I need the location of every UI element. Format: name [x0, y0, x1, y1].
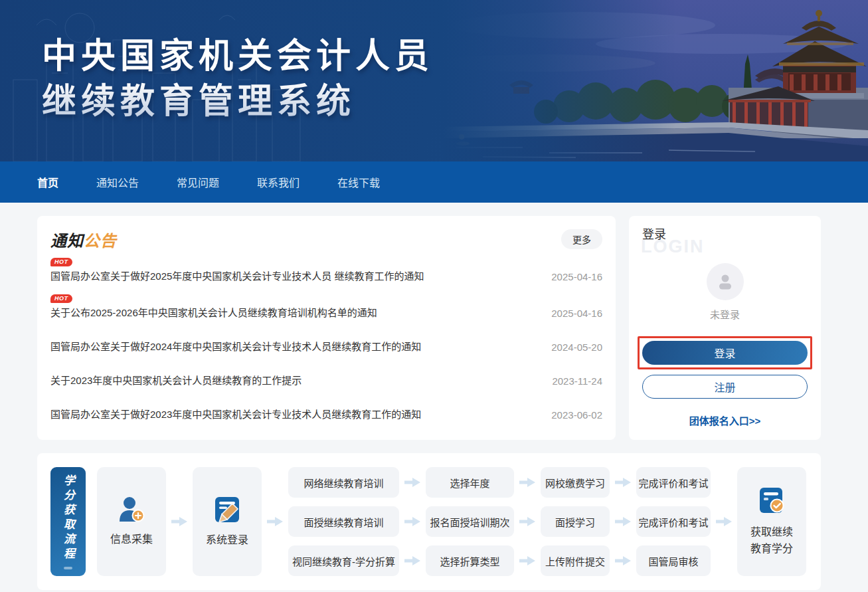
flow-step-collect: 信息采集	[97, 467, 166, 576]
notice-list: HOT 国管局办公室关于做好2025年度中央国家机关会计专业技术人员 继续教育工…	[50, 254, 602, 429]
flow-arrow-col	[399, 467, 426, 576]
hot-badge: HOT	[50, 294, 72, 303]
book-pencil-icon	[213, 496, 241, 524]
site-title: 中央国家机关会计人员 继续教育管理系统	[42, 33, 434, 124]
flow-arrow-col	[610, 467, 636, 576]
arrow-right-icon	[615, 556, 631, 565]
flow-credits-line2: 教育学分	[750, 540, 793, 557]
arrow-right-icon	[615, 478, 631, 487]
flow-step-login-label: 系统登录	[206, 532, 248, 548]
arrow-right-icon	[519, 478, 535, 487]
notice-heading-part1: 通知	[50, 232, 84, 250]
nav-item-downloads[interactable]: 在线下载	[337, 174, 380, 190]
nav-item-notices[interactable]: 通知公告	[96, 174, 139, 190]
flow-box: 选择年度	[426, 467, 514, 498]
flow-step-collect-label: 信息采集	[110, 531, 153, 547]
notice-row[interactable]: HOT 关于公布2025-2026年中央国家机关会计人员继续教育培训机构名单的通…	[50, 290, 602, 327]
arrow-right-icon	[404, 517, 420, 526]
flow-arrow-col	[166, 467, 193, 576]
flow-column-training-type: 网络继续教育培训 面授继续教育培训 视同继续教育-学分折算	[288, 467, 399, 576]
notice-row[interactable]: 关于2023年度中央国家机关会计人员继续教育的工作提示 2023-11-24	[50, 361, 602, 395]
notice-heading-part2: 公告	[84, 232, 117, 250]
flow-sidebar-label: 学分获取流程	[60, 474, 76, 562]
hot-badge: HOT	[50, 258, 72, 266]
login-button[interactable]: 登录	[642, 341, 808, 365]
book-check-icon	[758, 486, 785, 516]
more-button[interactable]: 更多	[561, 229, 602, 249]
credit-flow-panel: 学分获取流程 信息采集	[37, 453, 821, 590]
login-heading: 登录	[642, 225, 666, 242]
notice-row-left: 国管局办公室关于做好2023年度中央国家机关会计专业技术人员继续教育工作的通知	[50, 407, 421, 421]
arrow-right-icon	[519, 517, 535, 526]
flow-arrow-col	[514, 467, 541, 576]
notice-row-left: 关于2023年度中央国家机关会计人员继续教育的工作提示	[50, 373, 302, 387]
notice-date: 2025-04-16	[551, 308, 602, 319]
login-panel: LOGIN 登录 未登录 登录 注册 团体报名入口>>	[629, 216, 821, 440]
nav-item-faq[interactable]: 常见问题	[177, 174, 219, 190]
flow-box: 视同继续教育-学分折算	[288, 545, 399, 576]
flow-sidebar-dash	[64, 567, 72, 569]
flow-arrow-col	[711, 467, 737, 576]
flow-step-credits: 获取继续 教育学分	[737, 467, 806, 576]
nav-item-home[interactable]: 首页	[37, 174, 58, 190]
flow-box: 国管局审核	[636, 545, 711, 576]
flow-box: 面授继续教育培训	[288, 506, 399, 537]
flow-box: 面授学习	[541, 506, 610, 537]
site-title-line2: 继续教育管理系统	[42, 78, 434, 124]
flow-column-completion: 完成评价和考试 完成评价和考试 国管局审核	[636, 467, 711, 576]
avatar	[707, 263, 744, 300]
flow-box: 网络继续教育培训	[288, 467, 399, 498]
notice-panel: 通知公告 更多 HOT 国管局办公室关于做好2025年度中央国家机关会计专业技术…	[37, 216, 616, 440]
flow-box: 完成评价和考试	[636, 467, 711, 498]
flow-box: 上传附件提交	[541, 545, 610, 576]
notice-date: 2023-11-24	[552, 375, 602, 387]
register-button[interactable]: 注册	[642, 375, 808, 399]
flow-arrow-col	[262, 467, 288, 576]
user-icon	[715, 272, 735, 292]
flow-box: 完成评价和考试	[636, 506, 711, 537]
nav-item-contact[interactable]: 联系我们	[257, 174, 300, 190]
arrow-right-icon	[716, 517, 732, 526]
flow-step-login: 系统登录	[193, 467, 262, 576]
banner: 中央国家机关会计人员 继续教育管理系统	[0, 0, 868, 161]
banner-photo-fade	[443, 0, 868, 161]
notice-date: 2023-06-02	[551, 409, 602, 421]
notice-title[interactable]: 国管局办公室关于做好2024年度中央国家机关会计专业技术人员继续教育工作的通知	[50, 339, 421, 353]
notice-row-left: HOT 国管局办公室关于做好2025年度中央国家机关会计专业技术人员 继续教育工…	[50, 258, 424, 282]
arrow-right-icon	[615, 517, 631, 526]
flow-column-learning: 网校缴费学习 面授学习 上传附件提交	[541, 467, 610, 576]
flow-step-credits-label: 获取继续 教育学分	[750, 524, 793, 557]
flow-column-selection: 选择年度 报名面授培训期次 选择折算类型	[426, 467, 514, 576]
notice-date: 2025-04-16	[551, 271, 602, 282]
arrow-right-icon	[404, 478, 420, 487]
notice-title[interactable]: 国管局办公室关于做好2025年度中央国家机关会计专业技术人员 继续教育工作的通知	[50, 268, 424, 282]
arrow-right-icon	[171, 517, 187, 526]
notice-row[interactable]: 国管局办公室关于做好2023年度中央国家机关会计专业技术人员继续教育工作的通知 …	[50, 395, 602, 429]
user-add-icon	[117, 496, 146, 523]
site-title-line1: 中央国家机关会计人员	[42, 33, 434, 78]
flow-box: 网校缴费学习	[541, 467, 610, 498]
arrow-right-icon	[267, 517, 283, 526]
notice-row[interactable]: HOT 国管局办公室关于做好2025年度中央国家机关会计专业技术人员 继续教育工…	[50, 254, 602, 290]
flow-box: 选择折算类型	[426, 545, 514, 576]
notice-title[interactable]: 关于公布2025-2026年中央国家机关会计人员继续教育培训机构名单的通知	[50, 305, 377, 319]
notice-date: 2024-05-20	[551, 342, 602, 353]
flow-sidebar: 学分获取流程	[50, 467, 86, 576]
notice-title[interactable]: 国管局办公室关于做好2023年度中央国家机关会计专业技术人员继续教育工作的通知	[50, 407, 421, 421]
flow-box: 报名面授培训期次	[426, 506, 514, 537]
notice-title[interactable]: 关于2023年度中央国家机关会计人员继续教育的工作提示	[50, 373, 302, 387]
credit-flow: 学分获取流程 信息采集	[50, 467, 806, 576]
notice-heading: 通知公告	[50, 228, 117, 251]
login-status: 未登录	[629, 307, 821, 321]
notice-header: 通知公告 更多	[50, 228, 602, 250]
flow-credits-line1: 获取继续	[750, 524, 793, 540]
notice-row-left: HOT 关于公布2025-2026年中央国家机关会计人员继续教育培训机构名单的通…	[50, 294, 377, 319]
notice-row-left: 国管局办公室关于做好2024年度中央国家机关会计专业技术人员继续教育工作的通知	[50, 339, 421, 353]
arrow-right-icon	[404, 556, 420, 565]
group-signup-link[interactable]: 团体报名入口>>	[629, 413, 821, 427]
arrow-right-icon	[519, 556, 535, 565]
main-nav: 首页 通知公告 常见问题 联系我们 在线下载	[0, 161, 868, 203]
notice-row[interactable]: 国管局办公室关于做好2024年度中央国家机关会计专业技术人员继续教育工作的通知 …	[50, 327, 602, 361]
